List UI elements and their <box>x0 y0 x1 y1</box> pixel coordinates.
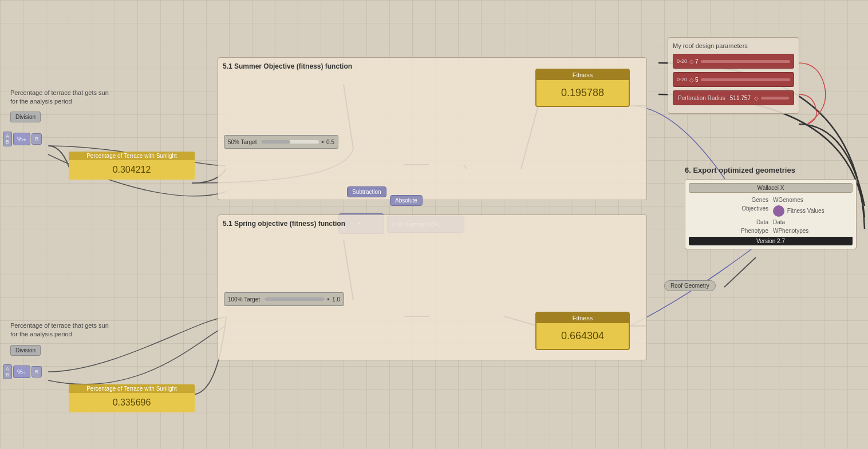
spring-slider[interactable]: 100% Target ● 1.0 <box>224 292 344 306</box>
wallacei-version: Version 2.7 <box>689 237 853 245</box>
spring-panel-title: 5.1 Spring objective (fitness) function <box>223 220 642 228</box>
wallacei-phenotype-left: Phenotype <box>689 227 768 235</box>
canvas: Percentage of terrace that gets sun for … <box>0 0 868 449</box>
wallacei-wphenotypes-right: WPhenotypes <box>773 227 853 235</box>
wallacei-header[interactable]: Wallacei X <box>689 183 853 193</box>
summer-slider[interactable]: 50% Target ● 0.5 <box>224 135 338 149</box>
wallacei-objectives-left: Objectives <box>689 205 768 217</box>
roof-geometry-node[interactable]: Roof Geometry <box>664 280 716 291</box>
wallacei-wgenomes-right: WGenomes <box>773 196 853 204</box>
wallacei-data-left: Data <box>689 218 768 226</box>
wallacei-fitness-right: Fitness Values <box>773 205 853 217</box>
subtraction-node-summer[interactable]: Subtraction <box>347 186 386 197</box>
design-params-panel: My roof design parameters 0-20 ◇ 7 0-20 … <box>668 37 799 114</box>
fitness-node-spring: Fitness 0.664304 <box>535 312 630 350</box>
wallacei-genes-left: Genes <box>689 196 768 204</box>
left-label-2: Percentage of terrace that gets sun for … <box>10 321 113 339</box>
absolute-node-summer[interactable]: Absolute <box>390 195 423 206</box>
fitness-node-summer: Fitness 0.195788 <box>535 69 630 107</box>
export-title: 6. Export optimized geometries <box>685 166 857 174</box>
wallacei-avatar <box>773 205 784 217</box>
param-row-perforation: Perforation Radius 511.757 ◇ <box>673 90 794 105</box>
ab-node-1: A B %÷ R <box>3 132 42 146</box>
wallacei-box: Wallacei X Genes WGenomes Objectives Fit… <box>685 179 857 249</box>
param-slider-2[interactable]: 0-20 ◇ 5 <box>673 72 794 87</box>
sunlight-node-1: Percentage of Terrace with Sunlight 0.30… <box>69 152 195 180</box>
param-slider-1[interactable]: 0-20 ◇ 7 <box>673 54 794 69</box>
wallacei-data-right: Data <box>773 218 853 226</box>
export-panel: 6. Export optimized geometries Wallacei … <box>685 166 857 249</box>
sunlight-node-2: Percentage of Terrace with Sunlight 0.33… <box>69 384 195 412</box>
perforation-slider[interactable]: Perforation Radius 511.757 ◇ <box>673 90 794 105</box>
left-label-1: Percentage of terrace that gets sun for … <box>10 89 113 106</box>
design-params-title: My roof design parameters <box>673 42 794 49</box>
param-row-1: 0-20 ◇ 7 <box>673 54 794 69</box>
param-row-2: 0-20 ◇ 5 <box>673 72 794 87</box>
wallacei-grid: Genes WGenomes Objectives Fitness Values… <box>689 196 853 235</box>
ab-node-2: A B %÷ R <box>3 364 42 379</box>
division-node-2[interactable]: Division <box>10 345 41 356</box>
division-node-1[interactable]: Division <box>10 112 41 122</box>
